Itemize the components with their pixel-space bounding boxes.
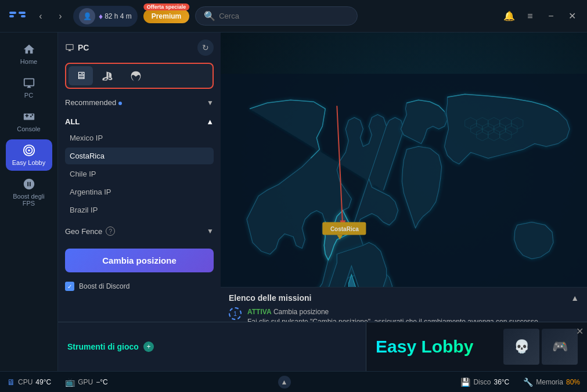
map-area: CostaRica Mostra l'ora locale Elenco del… [221,33,587,371]
search-icon: 🔍 [204,10,215,21]
location-chile[interactable]: Chile IP [65,166,214,182]
sidebar-console-label: Console [17,125,40,132]
recommended-section[interactable]: Recommended ▼ [65,96,214,109]
pc-tab[interactable]: 🖥 [69,66,93,85]
recommended-dot [118,102,122,105]
svg-rect-1 [9,15,14,17]
sidebar-item-easy-lobby[interactable]: Easy Lobby [6,139,52,171]
sidebar: Home PC Console Easy Lobby Boost degli F… [0,33,58,371]
sidebar-item-console[interactable]: Console [6,106,52,137]
banner-thumbnails: 💀 🎮 [503,329,578,365]
thumb-placeholder-1: 💀 [503,329,539,365]
gpu-label: GPU [78,378,93,386]
banner-thumb-1: 💀 [503,329,539,365]
mission-num-1: 1 [229,307,242,320]
gpu-status: 📺 GPU −°C [65,377,108,387]
all-label: ALL ▲ [65,115,214,130]
memory-label: Memoria [536,378,563,386]
discord-boost: ✓ Boost di Discord [65,282,214,291]
banner-title: Easy Lobby [376,337,473,357]
sidebar-item-home[interactable]: Home [6,38,52,70]
banner-close-button[interactable]: ✕ [576,326,584,337]
notification-button[interactable]: 🔔 [501,8,517,24]
change-position-button[interactable]: Cambia posizione [65,249,214,272]
banner-thumb-2: 🎮 [542,329,578,365]
premium-button[interactable]: Offerta speciale Premium [143,9,189,23]
tools-plus-button[interactable]: + [143,341,154,352]
ps-tab[interactable] [95,66,121,85]
disk-value: 36°C [494,378,509,386]
cpu-label: CPU [18,378,33,386]
topbar: ‹ › 👤 ♦ 82 h 4 m Offerta speciale Premiu… [0,0,587,33]
user-profile[interactable]: 👤 ♦ 82 h 4 m [73,6,138,27]
sidebar-pc-label: PC [24,92,33,99]
platform-label: PC [78,43,89,52]
premium-label: Premium [152,12,181,20]
location-brazil[interactable]: Brazil IP [65,202,214,218]
diamond-icon: ♦ [99,12,103,21]
geo-info-icon: ? [106,226,115,236]
offerta-badge: Offerta speciale [143,3,190,10]
gauge-icon [23,178,35,190]
location-argentina[interactable]: Argentina IP [65,184,214,200]
topbar-icons: 🔔 ≡ − ✕ [501,8,580,24]
tools-title: Strumenti di gioco [67,342,139,351]
close-button[interactable]: ✕ [564,8,580,24]
monitor-icon [23,77,35,89]
tools-panel: Strumenti di gioco + [58,322,366,371]
svg-text:CostaRica: CostaRica [330,226,359,232]
easy-lobby-banner: Easy Lobby 💀 🎮 ✕ [366,322,587,371]
playstation-icon [102,70,114,82]
disk-icon: 💾 [460,377,470,387]
location-mexico[interactable]: Mexico IP [65,130,214,146]
xbox-tab[interactable] [123,66,149,85]
svg-point-6 [28,149,30,152]
geo-fence-label: Geo Fence ? [65,226,115,236]
tools-banner-row: Strumenti di gioco + Easy Lobby 💀 🎮 ✕ [58,322,587,371]
svg-rect-0 [9,12,16,14]
svg-rect-2 [19,12,26,14]
gpu-value: −°C [96,378,107,386]
search-input[interactable] [219,12,349,20]
cpu-value: 49°C [35,378,51,386]
sidebar-easy-lobby-label: Easy Lobby [12,159,45,166]
svg-rect-3 [21,15,26,17]
disk-label: Disco [473,378,491,386]
hours-badge: ♦ 82 h 4 m [99,12,132,21]
location-costarica[interactable]: CostaRica [65,148,214,164]
minimize-button[interactable]: − [543,8,559,24]
memory-icon: 🔧 [523,377,533,387]
platform-tabs: 🖥 [65,63,214,89]
logo-icon [8,7,27,26]
status-bar-up-button[interactable]: ▲ [278,376,291,389]
disk-status: 💾 Disco 36°C [460,377,509,387]
gamepad-icon [23,110,35,123]
logo[interactable] [7,6,28,27]
gpu-icon: 📺 [65,377,75,387]
mission-status-1: ATTIVA [247,308,272,316]
sidebar-boost-fps-label: Boost degli FPS [8,193,50,207]
target-icon [23,144,35,157]
search-bar[interactable]: 🔍 [195,6,358,26]
avatar: 👤 [79,8,95,24]
all-arrow: ▲ [206,117,214,126]
mission-action-1: Cambia posizione [273,308,329,316]
discord-boost-checkbox[interactable]: ✓ [65,282,74,291]
sidebar-item-pc[interactable]: PC [6,72,52,103]
forward-button[interactable]: › [53,9,67,23]
memory-value: 80% [566,378,580,386]
geo-fence-arrow: ▼ [207,227,214,235]
back-button[interactable]: ‹ [34,9,48,23]
refresh-button[interactable]: ↻ [197,39,214,56]
sidebar-home-label: Home [20,58,37,65]
list-button[interactable]: ≡ [522,8,538,24]
xbox-icon [130,70,142,82]
main-content: PC ↻ 🖥 Recommended ▼ [58,33,587,371]
missions-collapse-button[interactable]: ▲ [571,293,579,303]
recommended-label: Recommended [65,98,122,107]
cpu-icon: 🖥 [7,377,15,387]
home-icon [23,43,35,56]
sidebar-item-boost-fps[interactable]: Boost degli FPS [6,173,52,211]
geo-fence-section[interactable]: Geo Fence ? ▼ [65,223,214,239]
memory-status: 🔧 Memoria 80% [523,377,580,387]
